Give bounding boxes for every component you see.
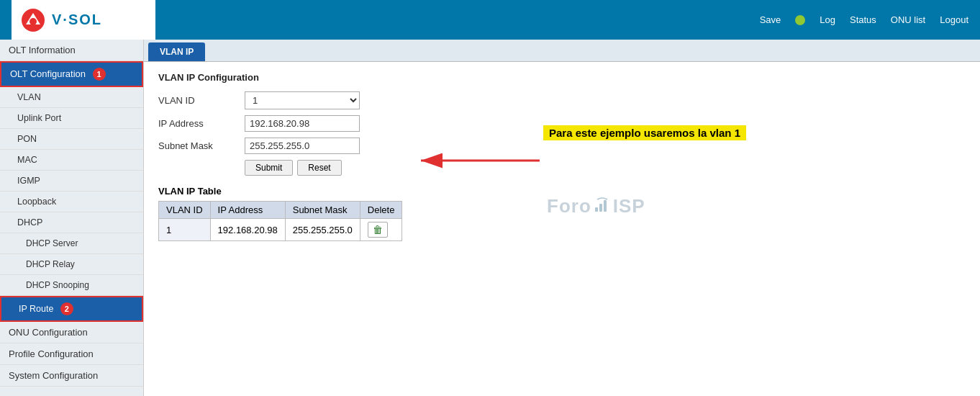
header-nav: Save Log Status ONU list Logout xyxy=(760,14,968,25)
submit-button[interactable]: Submit xyxy=(245,160,293,176)
subnet-mask-input[interactable] xyxy=(245,138,360,154)
vlan-id-label: VLAN ID xyxy=(158,95,245,106)
sidebar-item-mac[interactable]: MAC xyxy=(0,150,143,171)
col-delete: Delete xyxy=(360,202,402,219)
sidebar-item-onu-configuration[interactable]: ONU Configuration xyxy=(0,322,143,343)
sidebar-item-igmp[interactable]: IGMP xyxy=(0,171,143,192)
sidebar-item-dhcp[interactable]: DHCP xyxy=(0,212,143,233)
subnet-mask-label: Subnet Mask xyxy=(158,140,245,151)
svg-rect-5 xyxy=(595,207,598,212)
col-ip-address: IP Address xyxy=(210,202,285,219)
content-area: Para este ejemplo usaremos la vlan 1 VLA… xyxy=(144,62,980,251)
ip-address-input[interactable] xyxy=(245,115,360,132)
vlan-id-select[interactable]: 1 xyxy=(245,91,360,109)
foroISP-watermark: Foro ISP xyxy=(547,195,645,217)
header: V·SOL Save Log Status ONU list Logout xyxy=(0,0,980,40)
signal-icon xyxy=(594,197,610,213)
cell-delete: 🗑 xyxy=(360,219,402,241)
isp-text: ISP xyxy=(613,195,645,217)
delete-row-button[interactable]: 🗑 xyxy=(368,222,388,238)
form-row-vlan-id: VLAN ID 1 xyxy=(158,91,966,109)
foro-text: Foro xyxy=(547,195,591,217)
callout-annotation: Para este ejemplo usaremos la vlan 1 xyxy=(543,125,746,140)
form-buttons: Submit Reset xyxy=(245,160,966,176)
onu-list-link[interactable]: ONU list xyxy=(891,14,925,25)
main-content: VLAN IP Para este ejemplo usaremos la vl… xyxy=(144,40,980,396)
svg-rect-6 xyxy=(599,204,602,212)
cell-subnet-mask: 255.255.255.0 xyxy=(285,219,360,241)
badge-2: 2 xyxy=(60,302,73,315)
col-subnet-mask: Subnet Mask xyxy=(285,202,360,219)
logout-link[interactable]: Logout xyxy=(940,14,968,25)
sidebar-item-uplink-port[interactable]: Uplink Port xyxy=(0,108,143,129)
cell-vlan-id: 1 xyxy=(159,219,211,241)
tab-bar: VLAN IP xyxy=(144,40,980,62)
badge-1: 1 xyxy=(93,68,106,81)
status-link[interactable]: Status xyxy=(850,14,876,25)
sidebar-item-system-configuration[interactable]: System Configuration xyxy=(0,365,143,387)
sidebar-item-dhcp-server[interactable]: DHCP Server xyxy=(0,233,143,254)
svg-rect-7 xyxy=(604,200,607,212)
tab-vlan-ip[interactable]: VLAN IP xyxy=(148,42,205,61)
sidebar: OLT Information OLT Configuration 1 VLAN… xyxy=(0,40,144,396)
log-link[interactable]: Log xyxy=(820,14,835,25)
sidebar-item-ip-route[interactable]: IP Route 2 xyxy=(0,296,143,322)
sidebar-item-dhcp-relay[interactable]: DHCP Relay xyxy=(0,254,143,275)
ip-address-label: IP Address xyxy=(158,118,245,129)
svg-point-2 xyxy=(30,18,37,25)
sidebar-item-olt-information[interactable]: OLT Information xyxy=(0,40,143,61)
vlan-ip-table: VLAN ID IP Address Subnet Mask Delete 1 … xyxy=(158,201,402,241)
reset-button[interactable]: Reset xyxy=(297,160,341,176)
col-vlan-id: VLAN ID xyxy=(159,202,211,219)
sidebar-item-loopback[interactable]: Loopback xyxy=(0,192,143,212)
logo-area: V·SOL xyxy=(12,0,155,40)
logo-text: V·SOL xyxy=(52,12,102,28)
vsol-logo-icon xyxy=(20,7,46,33)
sidebar-item-olt-configuration[interactable]: OLT Configuration 1 xyxy=(0,61,143,87)
sidebar-item-vlan[interactable]: VLAN xyxy=(0,87,143,108)
section-title: VLAN IP Configuration xyxy=(158,72,966,83)
callout-text: Para este ejemplo usaremos la vlan 1 xyxy=(543,125,746,140)
save-label: Save xyxy=(760,14,781,25)
status-dot-icon xyxy=(795,15,805,25)
table-row: 1 192.168.20.98 255.255.255.0 🗑 xyxy=(159,219,402,241)
sidebar-item-profile-configuration[interactable]: Profile Configuration xyxy=(0,343,143,365)
cell-ip-address: 192.168.20.98 xyxy=(210,219,285,241)
sidebar-item-pon[interactable]: PON xyxy=(0,129,143,150)
sidebar-item-dhcp-snooping[interactable]: DHCP Snooping xyxy=(0,275,143,296)
layout: OLT Information OLT Configuration 1 VLAN… xyxy=(0,40,980,396)
